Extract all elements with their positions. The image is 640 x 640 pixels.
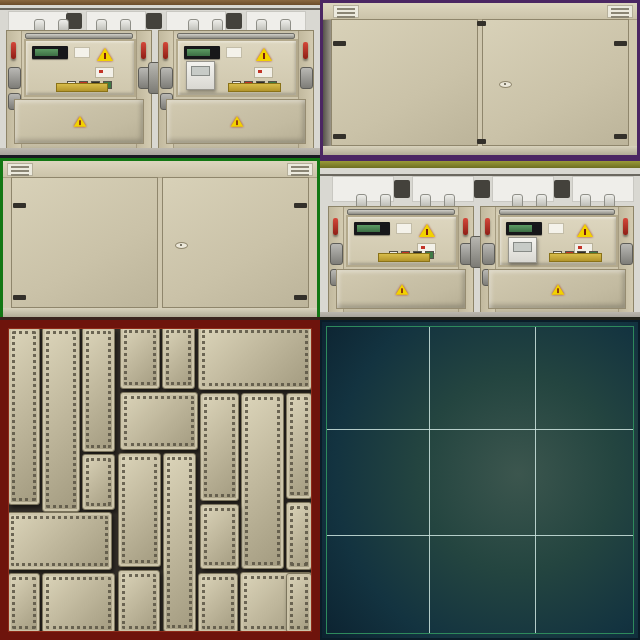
hinge: [13, 295, 26, 300]
warning-triangle-icon: [419, 224, 435, 237]
ceiling-fitting: [554, 180, 570, 198]
vent-plate: [607, 5, 633, 18]
rivet-plate: [162, 326, 195, 389]
teal-grid-panel: [320, 320, 640, 640]
vent-plate: [287, 163, 313, 176]
rivet-plate: [198, 573, 238, 633]
protection-relay-display: [32, 46, 68, 59]
red-lever-handle: [303, 42, 308, 59]
keyhole: [175, 242, 188, 249]
indicator-window: [254, 67, 273, 78]
rivet-plate: [118, 453, 161, 567]
keyhole: [499, 81, 512, 88]
warning-triangle-icon: [231, 116, 244, 126]
protection-relay-display: [184, 46, 220, 59]
truss-bar: [0, 8, 320, 10]
rivet-plate: [120, 392, 198, 450]
cabinet-base: [323, 146, 637, 155]
left-door: [331, 19, 478, 146]
warning-triangle-icon: [552, 284, 565, 294]
warehouse-ceiling: [320, 168, 640, 206]
gold-nameplate: [549, 253, 602, 262]
rivet-plate: [42, 573, 115, 633]
ceiling-fitting: [394, 180, 410, 198]
grid-line-vertical: [535, 327, 536, 633]
operating-mechanism: [160, 67, 173, 89]
red-lever-handle: [11, 42, 16, 59]
protection-relay-display: [506, 222, 542, 235]
photo-switchgear-pair-2: [320, 158, 640, 320]
red-lever-handle: [463, 218, 468, 235]
floor: [0, 148, 320, 155]
rivet-plate: [200, 504, 239, 569]
plate-layer: [0, 320, 320, 640]
grid-layer: [322, 322, 638, 638]
rivet-plate: [163, 453, 196, 632]
ceiling-fitting: [474, 180, 490, 198]
rivet-plate: [200, 393, 239, 501]
hinge: [333, 41, 346, 46]
control-panel: [498, 215, 618, 267]
closed-cabinet: [3, 161, 317, 317]
switchgear-cabinet-left: [328, 206, 474, 314]
warning-triangle-icon: [97, 48, 113, 61]
vent-plate: [7, 163, 33, 176]
warehouse-ceiling: [0, 5, 320, 32]
red-lever-handle: [623, 218, 628, 235]
hinge: [294, 203, 307, 208]
hinge: [477, 21, 486, 26]
switchgear-cabinet-left: [6, 30, 152, 150]
hinge: [13, 203, 26, 208]
roof-beam: [320, 161, 640, 168]
hinge: [333, 134, 346, 139]
cabinet-header: [3, 161, 317, 178]
red-lever-handle: [163, 42, 168, 59]
control-panel: [176, 39, 298, 97]
rivet-plate: [120, 326, 160, 389]
ceiling-fitting: [226, 13, 242, 29]
hinge: [477, 139, 486, 144]
rivet-plate: [7, 512, 112, 570]
operating-mechanism: [330, 243, 343, 265]
lower-door: [14, 99, 144, 144]
cabinet-header: [323, 3, 637, 20]
warning-triangle-icon: [256, 48, 272, 61]
lower-door: [166, 99, 306, 144]
label-plate: [74, 47, 90, 58]
cabinet-doors: [331, 19, 629, 146]
cabinet-base: [3, 308, 317, 317]
rivet-plate: [82, 327, 115, 452]
gold-nameplate: [228, 83, 282, 92]
operating-mechanism: [482, 243, 495, 265]
energy-meter: [186, 61, 215, 90]
background-edge: [323, 3, 331, 155]
photo-closed-cabinet-2: [0, 158, 320, 320]
grid-line-vertical: [429, 327, 430, 633]
grid-line-horizontal: [327, 429, 633, 430]
warning-triangle-icon: [577, 224, 593, 237]
rivet-plate: [286, 502, 312, 570]
indicator-window: [95, 67, 114, 78]
warning-triangle-icon: [74, 116, 87, 126]
gold-nameplate: [56, 83, 108, 92]
protection-relay-display: [354, 222, 390, 235]
hinge: [614, 41, 627, 46]
label-plate: [226, 47, 242, 58]
operating-mechanism: [8, 67, 21, 89]
energy-meter: [508, 237, 537, 263]
closed-cabinet: [323, 3, 637, 155]
photo-closed-cabinet-1: [320, 0, 640, 158]
rivet-plate: [286, 573, 312, 633]
control-panel: [346, 215, 458, 267]
red-lever-handle: [333, 218, 338, 235]
photo-switchgear-pair-1: [0, 0, 320, 158]
control-panel: [24, 39, 136, 97]
rivet-plate: [241, 393, 284, 569]
red-lever-handle: [485, 218, 490, 235]
rivet-plate: [118, 570, 160, 633]
left-door: [11, 177, 158, 308]
rivet-plate: [8, 327, 40, 505]
red-lever-handle: [141, 42, 146, 59]
rivet-plate: [286, 393, 312, 499]
operating-mechanism: [620, 243, 633, 265]
